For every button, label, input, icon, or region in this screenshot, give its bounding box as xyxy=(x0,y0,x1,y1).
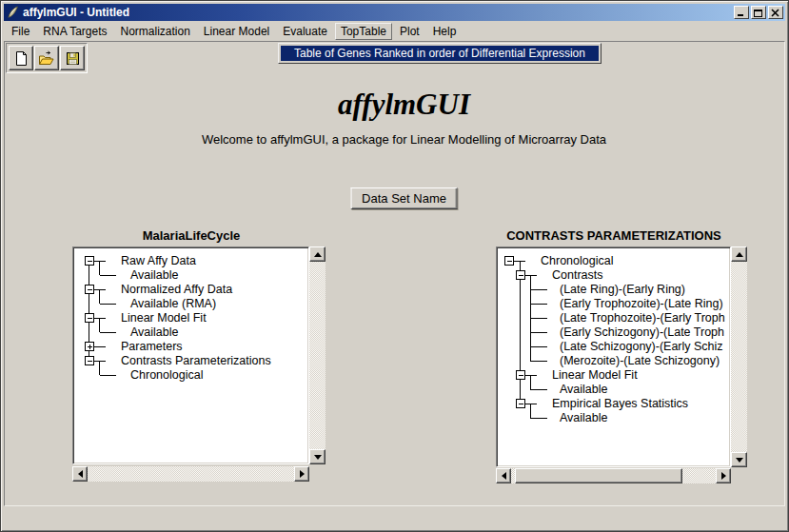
scroll-down-button[interactable] xyxy=(731,452,747,467)
app-title: affylmGUI xyxy=(338,88,470,122)
arrow-up-icon xyxy=(736,252,743,257)
maximize-button[interactable] xyxy=(751,6,766,19)
scroll-up-button[interactable] xyxy=(309,246,325,262)
menu-item-rna-targets[interactable]: RNA Targets xyxy=(37,23,112,40)
close-icon xyxy=(771,9,780,17)
tree-node[interactable]: Raw Affy Data xyxy=(121,254,196,268)
scroll-right-button[interactable] xyxy=(716,468,731,483)
scroll-up-button[interactable] xyxy=(731,246,747,262)
window-title: affylmGUI - Untitled xyxy=(23,6,129,19)
menu-bar: File RNA Targets Normalization Linear Mo… xyxy=(5,21,784,41)
feather-icon[interactable] xyxy=(7,6,19,19)
close-button[interactable] xyxy=(768,6,783,19)
tree-node[interactable]: Parameters xyxy=(121,340,183,354)
tree-node[interactable]: (Early Schizogony)-(Late Troph xyxy=(560,325,724,340)
maximize-icon xyxy=(754,9,763,17)
tree-node[interactable]: Normalized Affy Data xyxy=(121,283,232,297)
tree-node[interactable]: (Late Ring)-(Early Ring) xyxy=(560,283,685,297)
minimize-button[interactable] xyxy=(734,6,749,19)
right-tree-horizontal-scrollbar[interactable] xyxy=(496,468,731,483)
scrollbar-track[interactable] xyxy=(511,468,716,483)
new-file-button[interactable] xyxy=(9,46,33,70)
tree-node[interactable]: Chronological xyxy=(130,368,203,383)
tree-node[interactable]: Contrasts xyxy=(552,268,603,283)
tree-node[interactable]: (Early Trophozoite)-(Late Ring) xyxy=(560,297,723,311)
tree-node[interactable]: Chronological xyxy=(541,254,613,268)
scroll-right-button[interactable] xyxy=(294,466,309,482)
tree-node[interactable]: Linear Model Fit xyxy=(552,368,638,383)
tree-node[interactable]: Available xyxy=(560,411,608,425)
right-tree-vertical-scrollbar[interactable] xyxy=(731,246,747,467)
arrow-right-icon xyxy=(300,470,305,478)
menu-item-normalization[interactable]: Normalization xyxy=(115,23,196,40)
welcome-text: Welcome to affylmGUI, a package for Line… xyxy=(202,132,606,147)
tree-node[interactable]: Available (RMA) xyxy=(130,297,216,311)
floppy-disk-icon xyxy=(65,50,81,67)
left-tree-vertical-scrollbar[interactable] xyxy=(309,246,325,464)
tree-node[interactable]: Available xyxy=(130,325,179,340)
toolbar xyxy=(6,43,88,73)
tree-node[interactable]: (Late Schizogony)-(Early Schiz xyxy=(560,340,723,354)
menu-item-file[interactable]: File xyxy=(6,23,35,40)
data-set-name-button[interactable]: Data Set Name xyxy=(350,187,458,209)
arrow-right-icon xyxy=(721,472,726,480)
scrollbar-track[interactable] xyxy=(309,262,325,449)
app-window: affylmGUI - Untitled File RNA Targets No… xyxy=(0,0,789,532)
tree-node[interactable]: Contrasts Parameterizations xyxy=(121,354,271,368)
menu-item-evaluate[interactable]: Evaluate xyxy=(277,23,333,40)
scroll-down-button[interactable] xyxy=(309,449,325,464)
left-tree[interactable]: Raw Affy Data Available Normalized Affy … xyxy=(72,246,309,464)
left-tree-horizontal-scrollbar[interactable] xyxy=(72,466,309,482)
arrow-down-icon xyxy=(314,455,322,460)
open-folder-icon xyxy=(38,50,55,67)
scroll-left-button[interactable] xyxy=(496,468,511,483)
tree-node[interactable]: Linear Model Fit xyxy=(121,311,207,325)
menu-item-linear-model[interactable]: Linear Model xyxy=(198,23,275,40)
tree-node[interactable]: (Merozoite)-(Late Schizogony) xyxy=(560,354,720,368)
tree-node[interactable]: Available xyxy=(560,383,608,397)
new-document-icon xyxy=(13,50,30,67)
menu-item-help[interactable]: Help xyxy=(427,23,463,40)
window-bottom-margin xyxy=(4,507,785,528)
menu-item-plot[interactable]: Plot xyxy=(394,23,425,40)
scroll-left-button[interactable] xyxy=(72,466,88,482)
scrollbar-track[interactable] xyxy=(88,466,294,482)
tree-node[interactable]: (Late Trophozoite)-(Early Troph xyxy=(560,311,725,325)
right-tree-title: CONTRASTS PARAMETERIZATIONS xyxy=(506,228,721,243)
scrollbar-track[interactable] xyxy=(731,262,747,452)
menu-item-table-of-genes[interactable]: Table of Genes Ranked in order of Differ… xyxy=(281,46,599,61)
menu-item-toptable[interactable]: TopTable xyxy=(335,23,392,40)
arrow-left-icon xyxy=(502,472,506,480)
arrow-left-icon xyxy=(78,470,83,478)
open-file-button[interactable] xyxy=(34,46,59,70)
minimize-icon xyxy=(737,9,746,17)
toptable-dropdown-menu: Table of Genes Ranked in order of Differ… xyxy=(278,43,602,64)
arrow-up-icon xyxy=(314,252,322,257)
main-content-frame: Table of Genes Ranked in order of Differ… xyxy=(4,41,785,506)
title-bar[interactable]: affylmGUI - Untitled xyxy=(4,4,785,21)
scrollbar-thumb[interactable] xyxy=(515,468,682,483)
save-file-button[interactable] xyxy=(60,46,85,70)
left-tree-title: MalariaLifeCycle xyxy=(143,228,241,243)
tree-node[interactable]: Available xyxy=(130,268,179,283)
arrow-down-icon xyxy=(736,458,743,463)
tree-node[interactable]: Empirical Bayes Statistics xyxy=(552,397,688,411)
right-tree[interactable]: Chronological Contrasts (Late Ring)-(Ear… xyxy=(496,246,731,467)
